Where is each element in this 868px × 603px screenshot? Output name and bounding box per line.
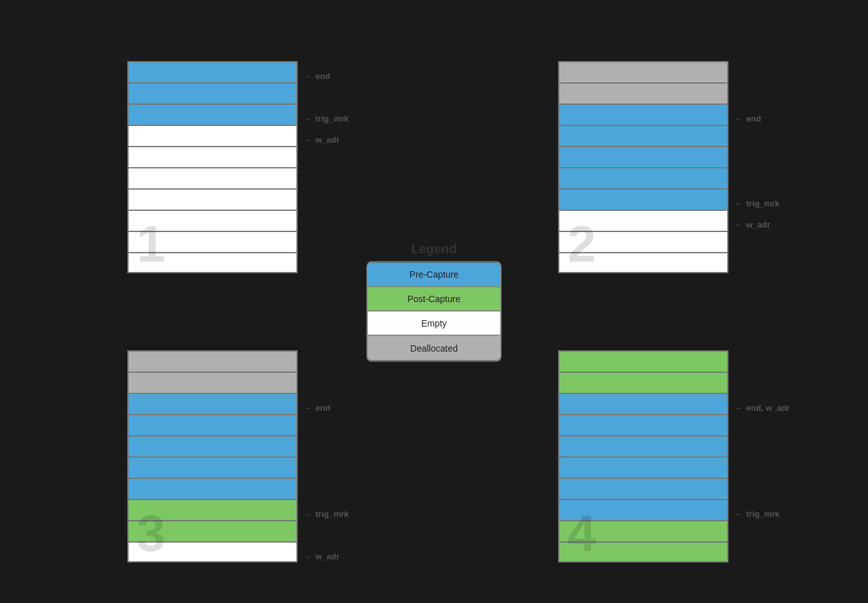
diagram-4: 4 ← end, w_adr ← trig_mrk [558,350,728,562]
memory-block-4: 4 [558,350,728,562]
memory-row [558,188,728,210]
memory-row [558,499,728,520]
arrow-trig-3: ← [304,509,312,519]
memory-row [558,125,728,146]
arrow-end-wadr-4: ← [735,403,743,413]
diagram-2: 2 ← end ← trig_mrk ← w_adr [558,61,728,273]
arrow-end-1: ← [304,71,312,81]
memory-row [127,372,298,393]
label-wadr-2: ← w_adr [735,220,771,230]
memory-row [127,350,298,372]
quadrant-4: 4 ← end, w_adr ← trig_mrk [463,328,823,585]
memory-row [127,61,298,82]
memory-block-3: 3 [127,350,298,562]
label-trig-4: ← trig_mrk [735,509,780,519]
memory-row [558,478,728,499]
legend-title: Legend [411,242,457,256]
label-wadr-3: ← w_adr [304,552,340,561]
memory-row [127,125,298,146]
arrow-trig-2: ← [735,199,743,208]
memory-row [558,146,728,167]
memory-row [558,372,728,393]
memory-row [558,350,728,372]
memory-row [127,252,298,273]
label-end-wadr-4: ← end, w_adr [735,403,790,413]
memory-row [127,393,298,414]
memory-row [558,167,728,188]
legend-item-precapture: Pre-Capture [368,263,500,287]
arrow-wadr-2: ← [735,220,743,230]
diagram-1: 1 ← end ← trig_mrk ← w_adr [127,61,298,273]
memory-row [558,435,728,456]
label-trig-1: ← trig_mrk [304,114,349,123]
page-background: 1 ← end ← trig_mrk ← w_adr [0,0,868,603]
label-trig-2: ← trig_mrk [735,199,780,208]
arrow-end-3: ← [304,403,312,413]
arrow-end-2: ← [735,114,743,123]
arrow-wadr-3: ← [304,552,312,561]
memory-row [127,167,298,188]
memory-row [558,456,728,478]
memory-block-2: 2 [558,61,728,273]
quadrant-3: 3 ← end ← trig_mrk ← w_adr [51,328,373,585]
memory-row [127,210,298,231]
memory-row [558,82,728,104]
arrow-trig-1: ← [304,114,312,123]
label-end-2: ← end [735,114,761,123]
memory-row [558,210,728,231]
memory-row [127,478,298,499]
label-wadr-1: ← w_adr [304,135,340,145]
memory-row [127,231,298,252]
memory-row [558,252,728,273]
label-end-3: ← end [304,403,330,413]
memory-row [127,188,298,210]
memory-row [558,393,728,414]
memory-row [127,82,298,104]
memory-row [127,435,298,456]
memory-row [127,499,298,520]
memory-row [558,104,728,125]
quadrant-2: 2 ← end ← trig_mrk ← w_adr [463,45,823,289]
memory-row [558,414,728,435]
memory-row [127,414,298,435]
memory-row [127,541,298,562]
quadrant-1: 1 ← end ← trig_mrk ← w_adr [51,45,373,289]
label-trig-3: ← trig_mrk [304,509,349,519]
memory-row [127,520,298,541]
memory-row [558,520,728,541]
memory-row [127,456,298,478]
memory-row [558,541,728,562]
memory-row [127,104,298,125]
diagram-3: 3 ← end ← trig_mrk ← w_adr [127,350,298,562]
memory-row [558,231,728,252]
legend-item-postcapture: Post-Capture [368,287,500,312]
label-end-1: ← end [304,71,330,81]
memory-row [558,61,728,82]
memory-row [127,146,298,167]
arrow-trig-4: ← [735,509,743,519]
arrow-wadr-1: ← [304,135,312,145]
memory-block-1: 1 [127,61,298,273]
